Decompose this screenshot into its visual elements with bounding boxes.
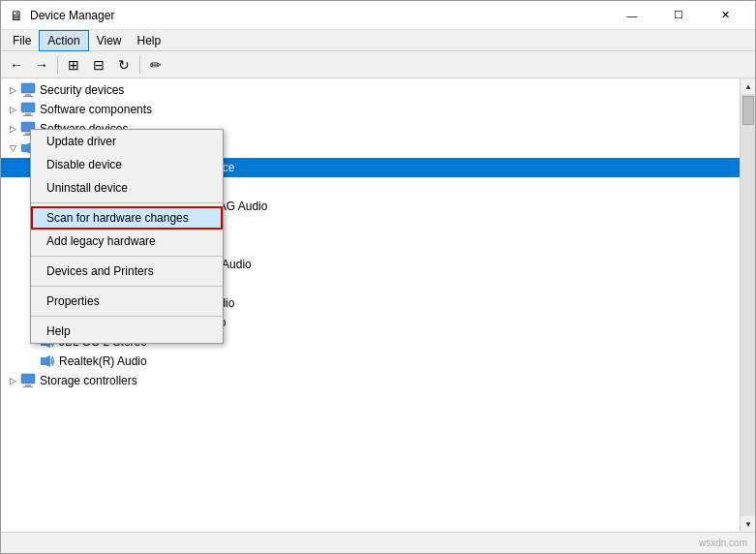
tree-item-label: Realtek(R) Audio bbox=[59, 354, 147, 368]
dropdown-sep-4 bbox=[31, 316, 223, 317]
menu-help[interactable]: Help bbox=[130, 30, 169, 51]
scroll-down-arrow[interactable]: ▼ bbox=[741, 516, 755, 532]
device-icon bbox=[20, 373, 36, 388]
svg-rect-31 bbox=[41, 357, 45, 365]
dropdown-sep-1 bbox=[31, 202, 223, 203]
expand-icon[interactable]: ▷ bbox=[5, 373, 20, 388]
action-dropdown-menu: Update driver Disable device Uninstall d… bbox=[30, 129, 224, 344]
tree-item[interactable]: Realtek(R) Audio bbox=[1, 352, 740, 371]
svg-rect-5 bbox=[23, 115, 33, 116]
close-button[interactable]: ✕ bbox=[703, 1, 747, 30]
maximize-button[interactable]: ☐ bbox=[656, 1, 701, 30]
toolbar-separator-2 bbox=[139, 56, 140, 74]
scroll-thumb[interactable] bbox=[742, 96, 754, 125]
menu-add-legacy[interactable]: Add legacy hardware bbox=[31, 230, 223, 253]
properties-button[interactable]: ✏ bbox=[144, 53, 167, 77]
svg-rect-35 bbox=[23, 386, 33, 387]
vertical-scrollbar[interactable]: ▲ ▼ bbox=[740, 78, 755, 532]
menu-file[interactable]: File bbox=[5, 30, 39, 51]
minimize-button[interactable]: — bbox=[610, 1, 654, 30]
svg-marker-32 bbox=[45, 355, 50, 367]
app-icon: 🖥 bbox=[9, 8, 24, 23]
collapse-button[interactable]: ⊟ bbox=[87, 53, 110, 77]
menu-action[interactable]: Action bbox=[39, 30, 88, 51]
menu-uninstall-device[interactable]: Uninstall device bbox=[31, 176, 223, 200]
toolbar-separator-1 bbox=[57, 56, 58, 74]
menu-devices-printers[interactable]: Devices and Printers bbox=[31, 260, 223, 283]
scroll-track[interactable] bbox=[741, 94, 755, 516]
toolbar: ← → ⊞ ⊟ ↻ ✏ bbox=[1, 51, 755, 78]
menu-scan-hardware[interactable]: Scan for hardware changes bbox=[31, 206, 223, 230]
svg-rect-2 bbox=[23, 96, 33, 97]
scroll-up-arrow[interactable]: ▲ bbox=[741, 78, 755, 94]
expand-icon[interactable]: ▽ bbox=[5, 140, 20, 156]
device-icon bbox=[40, 354, 55, 369]
expand-icon[interactable]: ▷ bbox=[5, 82, 20, 98]
device-icon bbox=[20, 102, 36, 117]
back-button[interactable]: ← bbox=[5, 53, 28, 77]
expand-button[interactable]: ⊞ bbox=[62, 53, 85, 77]
svg-rect-34 bbox=[25, 385, 31, 386]
refresh-button[interactable]: ↻ bbox=[112, 53, 136, 77]
tree-item-label: Storage controllers bbox=[40, 374, 137, 387]
device-manager-window: 🖥 Device Manager — ☐ ✕ File Action View … bbox=[0, 0, 756, 554]
menu-update-driver[interactable]: Update driver bbox=[31, 130, 223, 153]
menu-view[interactable]: View bbox=[89, 30, 130, 51]
dropdown-sep-3 bbox=[31, 286, 223, 287]
dropdown-sep-2 bbox=[31, 256, 223, 257]
title-bar: 🖥 Device Manager — ☐ ✕ bbox=[1, 1, 755, 30]
expand-icon[interactable]: ▷ bbox=[5, 121, 20, 137]
watermark: wsxdn.com bbox=[699, 538, 747, 548]
forward-button[interactable]: → bbox=[30, 53, 53, 77]
tree-item-label: Security devices bbox=[40, 83, 124, 97]
menu-properties[interactable]: Properties bbox=[31, 290, 223, 313]
tree-panel[interactable]: ▷ Security devices▷ Software components▷… bbox=[1, 78, 740, 532]
tree-item-label: Software components bbox=[40, 103, 152, 116]
device-icon bbox=[20, 82, 36, 98]
menu-disable-device[interactable]: Disable device bbox=[31, 153, 223, 176]
svg-rect-3 bbox=[21, 103, 35, 112]
svg-rect-1 bbox=[25, 94, 31, 96]
main-content: ▷ Security devices▷ Software components▷… bbox=[1, 78, 755, 532]
menu-bar: File Action View Help bbox=[1, 30, 755, 51]
svg-rect-0 bbox=[21, 83, 35, 93]
menu-help[interactable]: Help bbox=[31, 320, 223, 343]
expand-icon[interactable]: ▷ bbox=[5, 102, 20, 117]
status-bar: wsxdn.com bbox=[1, 532, 755, 553]
window-controls: — ☐ ✕ bbox=[610, 1, 747, 30]
svg-rect-33 bbox=[21, 374, 35, 384]
tree-item[interactable]: ▷ Security devices bbox=[1, 80, 740, 100]
window-title: Device Manager bbox=[30, 9, 610, 22]
expand-icon bbox=[24, 354, 40, 369]
svg-rect-9 bbox=[21, 144, 26, 152]
tree-item[interactable]: ▷ Software components bbox=[1, 100, 740, 119]
tree-item[interactable]: ▷ Storage controllers bbox=[1, 371, 740, 390]
svg-rect-4 bbox=[25, 113, 31, 115]
